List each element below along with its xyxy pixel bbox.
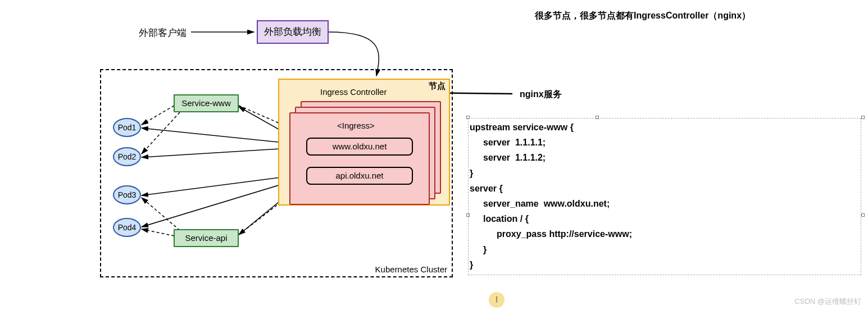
ingress-title: <Ingress> bbox=[337, 121, 375, 130]
pod4: Pod4 bbox=[113, 218, 141, 237]
selection-handle[interactable] bbox=[861, 116, 865, 119]
code-line: server_name www.oldxu.net; bbox=[470, 196, 856, 211]
watermark: CSDN @运维螺丝钉 bbox=[794, 297, 861, 307]
code-line: server 1.1.1.2; bbox=[470, 150, 856, 165]
code-line: server 1.1.1.1; bbox=[470, 135, 856, 150]
service-api-box: Service-api bbox=[174, 229, 239, 247]
service-www-box: Service-www bbox=[174, 94, 239, 112]
ingress-controller-label: Ingress Controller bbox=[320, 87, 387, 97]
pod3: Pod3 bbox=[113, 185, 141, 204]
code-line: } bbox=[470, 257, 856, 272]
node-label: 节点 bbox=[429, 81, 446, 92]
code-line: proxy_pass http://service-www; bbox=[470, 226, 856, 241]
pod1: Pod1 bbox=[113, 118, 141, 137]
cluster-label: Kubernetes Cluster bbox=[375, 265, 447, 274]
nginx-config-panel[interactable]: upstream service-www { server 1.1.1.1; s… bbox=[468, 118, 861, 275]
nginx-service-label: nginx服务 bbox=[520, 89, 562, 101]
selection-handle[interactable] bbox=[861, 213, 865, 217]
code-line: upstream service-www { bbox=[470, 120, 856, 135]
code-line: server { bbox=[470, 181, 856, 196]
code-line: location / { bbox=[470, 211, 856, 226]
ingress-rule-api: api.oldxu.net bbox=[306, 167, 413, 185]
text-cursor-indicator: I bbox=[489, 292, 505, 308]
ingress-rule-www: www.oldxu.net bbox=[306, 138, 413, 156]
code-line: } bbox=[470, 242, 856, 257]
pod2: Pod2 bbox=[113, 147, 141, 166]
title-right: 很多节点，很多节点都有IngressController（nginx） bbox=[535, 10, 751, 22]
external-loadbalancer-box: 外部负载均衡 bbox=[257, 20, 329, 44]
external-client-label: 外部客户端 bbox=[139, 26, 187, 39]
code-line: } bbox=[470, 166, 856, 181]
